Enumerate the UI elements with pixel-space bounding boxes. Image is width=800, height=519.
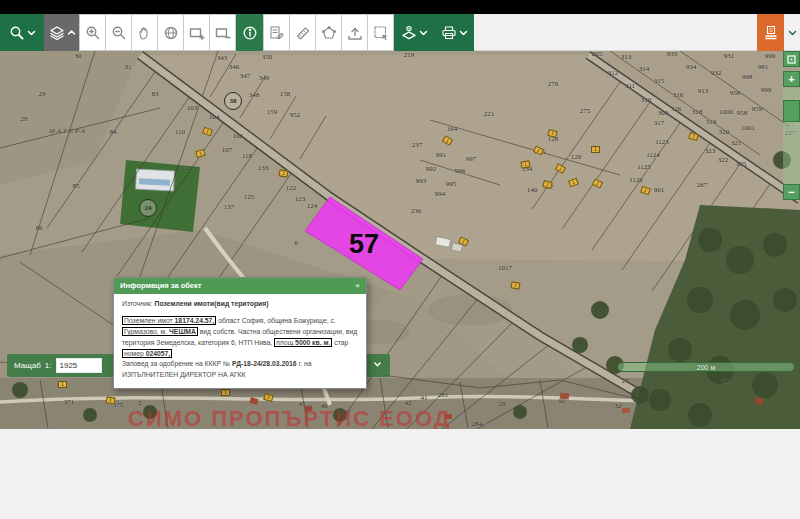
extent-icon: [787, 55, 796, 64]
close-icon[interactable]: ×: [355, 281, 360, 290]
object-info-popup: Информация за обект × Източник: Поземлен…: [113, 277, 367, 389]
parcel-number-label: 124: [307, 202, 318, 210]
scale-label: Мащаб: [14, 361, 41, 370]
text-run: област София, община Божурище, с.: [216, 317, 335, 324]
parcel-number-label: 164: [447, 125, 458, 133]
window-zoom-in-button[interactable]: [183, 14, 210, 51]
building-symbol: 1: [58, 381, 67, 388]
parcel-number-label: 122: [286, 184, 297, 192]
parcel-number-label: 236: [411, 207, 422, 215]
zoom-slider-handle[interactable]: [783, 100, 800, 122]
parcel-number-label: 990: [765, 52, 776, 60]
parcel-number-label: 29: [39, 90, 46, 98]
parcel-number-label: 371: [64, 398, 75, 406]
parcel-number-label: 28: [21, 115, 28, 123]
statusbar-collapse-chevron[interactable]: [373, 361, 382, 370]
sketch-button[interactable]: [263, 14, 290, 51]
layer-legend-button[interactable]: [394, 14, 434, 51]
popup-header[interactable]: Информация за обект ×: [114, 278, 366, 294]
scale-ratio-label: 1:: [45, 361, 52, 370]
parcel-number-label: 318: [692, 108, 703, 116]
circled-parcel-badge: 24: [139, 199, 157, 217]
measure-distance-button[interactable]: [289, 14, 316, 51]
select-region-button[interactable]: [367, 14, 394, 51]
parcel-number-label: 316: [673, 91, 684, 99]
parcel-number-label: 313: [621, 53, 632, 61]
parcel-number-label: 31: [125, 63, 132, 71]
building-symbol: 1: [105, 396, 115, 404]
redaction-box: Поземлен имот 18174.24.57,: [122, 316, 216, 325]
parcel-number-label: 994: [435, 190, 446, 198]
zoom-out-button[interactable]: −: [783, 184, 800, 200]
parcel-number-label: 6: [294, 239, 298, 247]
parcel-number-label: 1125: [637, 163, 651, 171]
window-zoom-out-button[interactable]: [209, 14, 236, 51]
parcel-number-label: 320: [719, 128, 730, 136]
parcel-number-label: 221: [484, 110, 495, 118]
parcel-number-label: 106: [233, 132, 244, 140]
print-button[interactable]: [434, 14, 474, 51]
parcel-number-label: 959: [752, 105, 763, 113]
parcel-number-label: 30: [75, 52, 82, 60]
parcel-number-label: 86: [36, 224, 43, 232]
scale-input[interactable]: [56, 358, 102, 373]
text-run: Заповед за одобрение на КККР № РД-18-24/…: [122, 360, 311, 378]
building-symbol: 1: [591, 146, 600, 153]
parcel-number-label: 317: [654, 119, 665, 127]
svg-text:0: 0: [769, 27, 772, 33]
parcel-number-label: 27: [622, 377, 629, 385]
parcel-number-label: 92: [559, 397, 566, 405]
parcel-number-label: 129: [571, 153, 582, 161]
identify-button[interactable]: [236, 14, 264, 51]
parcel-description: Поземлен имот 18174.24.57, област София,…: [122, 316, 358, 360]
source-prefix: Източник:: [122, 300, 155, 307]
export-button[interactable]: [341, 14, 368, 51]
zoom-in-button[interactable]: [79, 14, 106, 51]
parcel-number-label: 933: [667, 51, 678, 58]
parcel-number-label: 112: [181, 164, 191, 172]
parcel-number-label: 84: [110, 128, 117, 136]
redaction-box: Гурмазово, м. ЧЕШМА: [122, 327, 198, 336]
parcel-number-label: 997: [466, 155, 477, 163]
app-window: 0: [0, 0, 800, 519]
parcel-number-label: 275: [580, 107, 591, 115]
parcel-number-label: 32: [615, 402, 622, 410]
parcel-number-label: 85: [73, 182, 80, 190]
parcel-number-label: 312: [608, 69, 619, 77]
parcel-number-label: 346: [229, 63, 240, 71]
parcel-number-label: 350: [262, 53, 273, 61]
parcel-number-label: 133: [258, 164, 269, 172]
parcel-number-label: 219: [404, 51, 415, 59]
cart-menu-button[interactable]: 0: [757, 14, 784, 51]
zoom-in-button[interactable]: +: [783, 71, 800, 87]
parcel-number-label: 237: [412, 141, 423, 149]
zoom-extent-button[interactable]: [783, 51, 800, 67]
parcel-number-label: 999: [761, 86, 772, 94]
measure-area-button[interactable]: [315, 14, 342, 51]
parcel-number-label: 1000: [719, 108, 733, 116]
parcel-number-label: 998: [742, 73, 753, 81]
zoom-out-button[interactable]: [105, 14, 132, 51]
parcel-number-label: 981: [758, 63, 769, 71]
text-run: стар: [332, 339, 348, 346]
parcel-number-label: 1001: [741, 124, 755, 132]
parcel-number-label: 932: [711, 69, 722, 77]
parcel-number-label: 205: [592, 51, 603, 58]
search-button[interactable]: [0, 14, 44, 51]
layers-button[interactable]: [44, 14, 80, 51]
parcel-number-label: 323: [705, 147, 716, 155]
parcel-number-label: 83: [152, 90, 159, 98]
parcel-number-label: 1123: [655, 138, 669, 146]
locality-label: МАТЕРА: [49, 127, 87, 135]
parcel-number-label: 991: [436, 151, 447, 159]
parcel-number-label: 110: [175, 128, 185, 136]
source-line: Източник: Поземлени имоти(вид територия): [122, 299, 358, 310]
toolbar-more-button[interactable]: [784, 14, 800, 51]
parcel-number-label: 1126: [629, 176, 643, 184]
full-extent-button[interactable]: [157, 14, 184, 51]
pan-button[interactable]: [131, 14, 158, 51]
parcel-number-label: 123: [295, 195, 306, 203]
parcel-number-label: 952: [290, 111, 301, 119]
parcel-number-label: 956: [730, 89, 741, 97]
scale-bar: 200 м: [617, 362, 795, 372]
